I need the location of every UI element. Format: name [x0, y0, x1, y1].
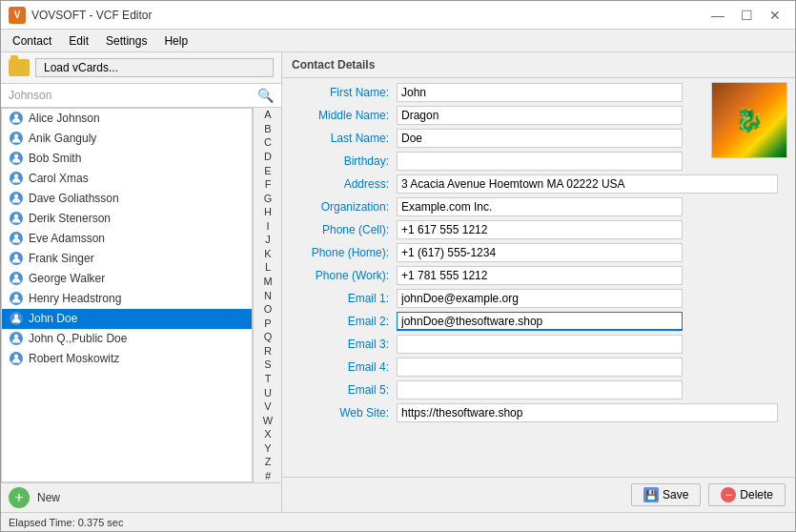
- input-birthday[interactable]: [397, 152, 683, 171]
- alpha-button-c[interactable]: C: [254, 135, 281, 150]
- svg-point-12: [14, 355, 19, 359]
- svg-point-4: [14, 194, 19, 199]
- minimize-button[interactable]: —: [705, 6, 730, 25]
- maximize-button[interactable]: ☐: [734, 6, 759, 25]
- delete-button[interactable]: − Delete: [708, 483, 786, 506]
- input-email3[interactable]: [397, 335, 683, 354]
- alpha-button-o[interactable]: O: [254, 302, 281, 317]
- svg-point-9: [14, 295, 19, 299]
- contact-item[interactable]: George Walker: [2, 269, 252, 289]
- left-panel: Load vCards... 🔍 Alice JohnsonAnik Gangu…: [1, 52, 282, 512]
- status-bar: Elapsed Time: 0.375 sec: [1, 512, 795, 531]
- search-button[interactable]: 🔍: [257, 88, 274, 103]
- alpha-button-d[interactable]: D: [254, 150, 281, 164]
- alpha-button-l[interactable]: L: [254, 260, 281, 275]
- contact-item[interactable]: Robert Moskowitz: [2, 349, 252, 369]
- load-vcards-bar: Load vCards...: [1, 52, 281, 84]
- alpha-button-a[interactable]: A: [254, 108, 281, 122]
- alpha-button-w[interactable]: W: [254, 413, 281, 427]
- contact-item[interactable]: Frank Singer: [2, 249, 252, 269]
- input-email4[interactable]: [397, 358, 683, 377]
- alpha-button-u[interactable]: U: [254, 385, 281, 399]
- alpha-button-j[interactable]: J: [254, 233, 281, 247]
- contact-details-header: Contact Details: [282, 52, 795, 78]
- input-middlename[interactable]: [397, 106, 683, 125]
- contact-name: Anik Ganguly: [29, 132, 96, 145]
- alpha-button-m[interactable]: M: [254, 275, 281, 289]
- alpha-button-k[interactable]: K: [254, 247, 281, 261]
- alpha-button-e[interactable]: E: [254, 163, 281, 177]
- alpha-button-z[interactable]: Z: [254, 455, 281, 469]
- contact-item[interactable]: Bob Smith: [2, 149, 252, 169]
- alpha-button-h[interactable]: H: [254, 205, 281, 219]
- input-email1[interactable]: [397, 289, 683, 308]
- label-email1: Email 1:: [292, 292, 397, 305]
- contact-item[interactable]: Carol Xmas: [2, 169, 252, 189]
- save-button[interactable]: 💾 Save: [631, 483, 701, 506]
- contact-avatar: [10, 312, 23, 325]
- alpha-button-r[interactable]: R: [254, 344, 281, 358]
- alpha-button-v[interactable]: V: [254, 399, 281, 414]
- field-row-phonecell: Phone (Cell):: [292, 219, 786, 240]
- label-phonework: Phone (Work):: [292, 269, 397, 282]
- input-lastname[interactable]: [397, 129, 683, 148]
- input-organization[interactable]: [397, 197, 683, 216]
- status-text: Elapsed Time: 0.375 sec: [9, 517, 123, 528]
- contact-item[interactable]: Eve Adamsson: [2, 229, 252, 249]
- contact-item[interactable]: John Doe: [2, 309, 252, 329]
- contact-avatar: [10, 292, 23, 305]
- contact-item[interactable]: Anik Ganguly: [2, 129, 252, 149]
- input-email2[interactable]: [397, 312, 683, 331]
- alpha-button-s[interactable]: S: [254, 358, 281, 372]
- contact-item[interactable]: John Q.,Public Doe: [2, 329, 252, 349]
- label-email2: Email 2:: [292, 315, 397, 328]
- menu-edit[interactable]: Edit: [61, 32, 96, 50]
- contact-item[interactable]: Dave Goliathsson: [2, 189, 252, 209]
- input-phonecell[interactable]: [397, 220, 683, 239]
- label-website: Web Site:: [292, 406, 397, 419]
- label-middlename: Middle Name:: [292, 109, 397, 122]
- input-phonehome[interactable]: [397, 243, 683, 262]
- menu-settings[interactable]: Settings: [98, 32, 154, 50]
- alpha-button-x[interactable]: X: [254, 427, 281, 441]
- search-input[interactable]: [9, 89, 257, 102]
- label-firstname: First Name:: [292, 86, 397, 99]
- alpha-button-n[interactable]: N: [254, 288, 281, 302]
- input-address[interactable]: [397, 174, 778, 194]
- contact-name: Bob Smith: [29, 152, 81, 165]
- menu-contact[interactable]: Contact: [5, 32, 59, 50]
- input-firstname[interactable]: [397, 83, 683, 102]
- field-row-organization: Organization:: [292, 196, 786, 217]
- alpha-button-t[interactable]: T: [254, 372, 281, 386]
- menu-help[interactable]: Help: [156, 32, 195, 50]
- contact-name: Henry Headstrong: [29, 292, 121, 305]
- alpha-button-b[interactable]: B: [254, 122, 281, 136]
- close-button[interactable]: ✕: [763, 6, 787, 25]
- alpha-button-g[interactable]: G: [254, 191, 281, 205]
- alpha-button-f[interactable]: F: [254, 177, 281, 192]
- label-address: Address:: [292, 177, 397, 191]
- contact-item[interactable]: Derik Stenerson: [2, 209, 252, 229]
- label-email3: Email 3:: [292, 338, 397, 351]
- contact-avatar: [10, 172, 23, 185]
- alpha-button-p[interactable]: P: [254, 316, 281, 330]
- label-phonecell: Phone (Cell):: [292, 223, 397, 236]
- input-email5[interactable]: [397, 380, 683, 399]
- alpha-button-i[interactable]: I: [254, 219, 281, 234]
- field-row-website: Web Site:: [292, 402, 786, 423]
- save-icon: 💾: [643, 487, 659, 502]
- label-email4: Email 4:: [292, 360, 397, 374]
- alpha-button-y[interactable]: Y: [254, 441, 281, 456]
- alpha-button-#[interactable]: #: [254, 469, 281, 482]
- new-contact-button[interactable]: +: [9, 487, 30, 508]
- load-vcards-button[interactable]: Load vCards...: [35, 58, 274, 77]
- contact-avatar: [10, 192, 23, 205]
- main-content: Load vCards... 🔍 Alice JohnsonAnik Gangu…: [1, 52, 795, 512]
- contact-item[interactable]: Henry Headstrong: [2, 289, 252, 309]
- new-label: New: [37, 491, 60, 504]
- input-website[interactable]: [397, 403, 778, 422]
- input-phonework[interactable]: [397, 266, 683, 285]
- svg-point-8: [14, 275, 19, 279]
- contact-item[interactable]: Alice Johnson: [2, 109, 252, 129]
- alpha-button-q[interactable]: Q: [254, 330, 281, 344]
